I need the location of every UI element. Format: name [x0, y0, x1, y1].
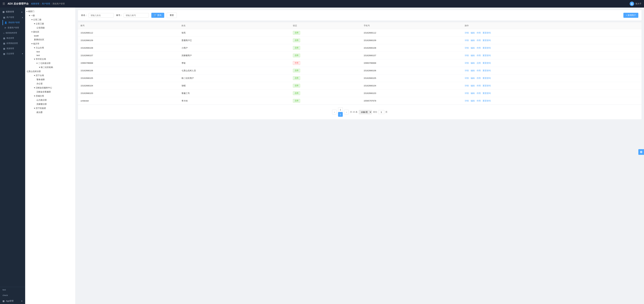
tree-node[interactable]: ▾ 临沂市: [25, 42, 75, 46]
sidebar-item-app-management[interactable]: ▦ App管理 ▼: [0, 298, 25, 304]
per-page-select[interactable]: 10条/页 20条/页: [359, 110, 372, 114]
action-link[interactable]: 编辑: [471, 62, 475, 64]
tree-node[interactable]: 办公室: [25, 82, 75, 86]
tree-node[interactable]: testlll: [25, 34, 75, 38]
action-link[interactable]: 详情: [465, 46, 469, 50]
action-link[interactable]: 详情: [465, 92, 469, 95]
tree-node[interactable]: ▾ 二七街道分部: [25, 61, 75, 65]
action-link[interactable]: 停用: [477, 84, 481, 87]
action-link[interactable]: 重置密码: [482, 54, 491, 57]
action-link[interactable]: 停用: [477, 54, 481, 57]
tree-node[interactable]: ▾ 公安三级: [25, 22, 75, 26]
action-link[interactable]: 停用: [477, 100, 481, 102]
cell-name: 普通用户已: [179, 37, 290, 44]
action-link[interactable]: 编辑: [471, 54, 475, 57]
sidebar-item-org-management[interactable]: ⌂ 组织机构管理: [1, 30, 25, 36]
tree-node[interactable]: ▾ 一级: [25, 14, 75, 18]
tree-node[interactable]: ▾ 铁二社区机构: [25, 65, 75, 70]
action-link[interactable]: 详情: [465, 54, 469, 57]
tree-node[interactable]: ▾ 历下区政府: [25, 106, 75, 110]
content-area: ▾ 根部门▾ 一级▾ 公安二级▾ 公安三级公安四级▾ 新社区testlll新测试…: [25, 8, 644, 304]
sidebar-item-app-systems[interactable]: ▦ 应用系统管理: [1, 41, 25, 46]
action-link[interactable]: 启用: [477, 62, 481, 64]
settings-button[interactable]: [638, 149, 644, 155]
action-link[interactable]: 编辑: [471, 39, 475, 42]
tree-node[interactable]: 汉峪金谷客服部: [25, 90, 75, 94]
sidebar-item-check[interactable]: check: [0, 292, 25, 298]
sidebar-item-resources[interactable]: ▦ 资源管理: [1, 46, 25, 51]
tree-node[interactable]: ▾ 新社区: [25, 30, 75, 34]
action-link[interactable]: 编辑: [471, 92, 475, 95]
tree-node[interactable]: ▾ 汉峪金谷服务中心: [25, 86, 75, 90]
col-account: 账号: [78, 22, 179, 29]
action-link[interactable]: 重置密码: [482, 46, 491, 50]
tree-node[interactable]: ▾ 根部门: [25, 10, 75, 14]
action-link[interactable]: 重置密码: [482, 39, 491, 42]
action-link[interactable]: 重置密码: [482, 32, 491, 34]
tree-node[interactable]: ▾ 兰山分局: [25, 46, 75, 50]
action-link[interactable]: 重置密码: [482, 77, 491, 80]
col-phone: 手机号: [361, 22, 462, 29]
tree-node[interactable]: ▾ 市中区分局: [25, 57, 75, 61]
action-link[interactable]: 重置密码: [482, 100, 491, 102]
action-link[interactable]: 详情: [465, 62, 469, 64]
sidebar-item-user-management[interactable]: ▦ 用户管理 ▲: [1, 15, 25, 20]
page-btn-2[interactable]: 2: [338, 112, 343, 117]
next-page-button[interactable]: ›: [344, 110, 349, 114]
reset-button[interactable]: 重置: [167, 12, 177, 18]
page-btn-1[interactable]: 1: [338, 107, 343, 112]
sidebar-item-permissions[interactable]: ▦ 权限管理 ▲: [0, 9, 25, 15]
action-link[interactable]: 停用: [477, 39, 481, 42]
prev-page-button[interactable]: ‹: [332, 110, 337, 114]
name-input[interactable]: [88, 13, 114, 18]
tree-node[interactable]: 公安四级: [25, 26, 75, 30]
refresh-icon: ⟳: [4, 26, 6, 29]
tree-node[interactable]: ▾ 历城分局: [25, 94, 75, 98]
action-link[interactable]: 编辑: [471, 100, 475, 102]
sidebar-item-logs[interactable]: ▦ 日志管理 ▼: [1, 51, 25, 56]
action-link[interactable]: 重置密码: [482, 84, 491, 87]
action-link[interactable]: 详情: [465, 100, 469, 102]
action-link[interactable]: 编辑: [471, 77, 475, 80]
action-link[interactable]: 停用: [477, 69, 481, 72]
account-input[interactable]: [124, 13, 149, 18]
action-link[interactable]: 停用: [477, 32, 481, 34]
sidebar-item-test[interactable]: test: [0, 287, 25, 292]
org-icon: ⌂: [3, 32, 4, 34]
query-button[interactable]: 🔍 查询: [151, 13, 164, 18]
sidebar-item-roles[interactable]: ▦ 角色管理: [1, 36, 25, 41]
tree-node[interactable]: 洪家楼分部: [25, 102, 75, 106]
tree-node[interactable]: 山大路分部: [25, 98, 75, 102]
action-link[interactable]: 重置密码: [482, 69, 491, 72]
goto-page-input[interactable]: [378, 110, 384, 114]
action-link[interactable]: 详情: [465, 69, 469, 72]
sidebar-item-system-users[interactable]: 👤 系统用户管理: [2, 20, 25, 25]
action-link[interactable]: 重置密码: [482, 62, 491, 64]
breadcrumb-item-1[interactable]: 权限管理: [31, 2, 39, 5]
action-link[interactable]: 编辑: [471, 32, 475, 34]
tree-node[interactable]: test: [25, 50, 75, 54]
breadcrumb-item-2[interactable]: 用户管理: [42, 2, 50, 5]
action-link[interactable]: 停用: [477, 77, 481, 80]
action-link[interactable]: 编辑: [471, 46, 475, 50]
action-link[interactable]: 详情: [465, 39, 469, 42]
action-link[interactable]: 重置密码: [482, 92, 491, 95]
tree-node[interactable]: 七里山北村分部: [25, 70, 75, 74]
menu-icon[interactable]: ☰: [2, 2, 5, 6]
action-link[interactable]: 详情: [465, 84, 469, 87]
tree-node[interactable]: 新测试社区: [25, 38, 75, 42]
add-user-button[interactable]: + 新增用户: [624, 13, 638, 18]
action-link[interactable]: 编辑: [471, 69, 475, 72]
sidebar-item-general-users[interactable]: ⟳ 普通用户管理: [2, 25, 25, 30]
tree-node[interactable]: test: [25, 54, 75, 57]
action-link[interactable]: 停用: [477, 46, 481, 50]
tree-node[interactable]: ▾ 公安二级: [25, 18, 75, 22]
action-link[interactable]: 详情: [465, 77, 469, 80]
tree-node[interactable]: ▾ 历下分局: [25, 74, 75, 78]
action-link[interactable]: 详情: [465, 32, 469, 34]
action-link[interactable]: 编辑: [471, 84, 475, 87]
action-link[interactable]: 停用: [477, 92, 481, 95]
tree-node[interactable]: 警务保障: [25, 78, 75, 82]
cell-actions: 详情编辑停用重置密码: [462, 90, 642, 97]
tree-node[interactable]: 政法委: [25, 110, 75, 114]
